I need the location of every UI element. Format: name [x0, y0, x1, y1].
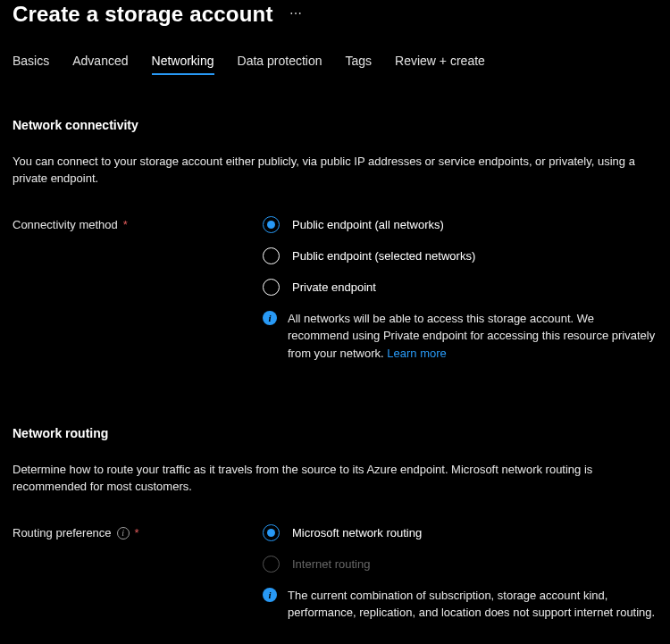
connectivity-info-row: i All networks will be able to access th…: [263, 310, 657, 363]
tab-bar: Basics Advanced Networking Data protecti…: [13, 54, 657, 75]
radio-private[interactable]: Private endpoint: [263, 279, 657, 296]
tab-advanced[interactable]: Advanced: [72, 54, 128, 75]
radio-label: Microsoft network routing: [292, 526, 422, 539]
connectivity-info-text: All networks will be able to access this…: [288, 310, 657, 363]
radio-icon: [263, 247, 280, 264]
radio-icon: [263, 524, 280, 541]
network-connectivity-description: You can connect to your storage account …: [13, 154, 656, 188]
tab-networking[interactable]: Networking: [152, 54, 214, 75]
tab-data-protection[interactable]: Data protection: [238, 54, 322, 75]
radio-label: Public endpoint (selected networks): [292, 249, 475, 263]
radio-microsoft-routing[interactable]: Microsoft network routing: [263, 524, 657, 541]
radio-label: Public endpoint (all networks): [292, 218, 444, 231]
radio-label: Private endpoint: [292, 280, 376, 294]
routing-info-text: The current combination of subscription,…: [288, 587, 657, 622]
routing-preference-label: Routing preference: [13, 526, 112, 539]
info-icon: i: [263, 311, 277, 325]
tab-tags[interactable]: Tags: [346, 54, 373, 75]
radio-internet-routing: Internet routing: [263, 556, 657, 573]
radio-public-selected[interactable]: Public endpoint (selected networks): [263, 247, 657, 264]
info-icon[interactable]: i: [117, 527, 130, 539]
required-indicator: *: [135, 526, 139, 539]
network-routing-description: Determine how to route your traffic as i…: [13, 462, 656, 496]
radio-public-all[interactable]: Public endpoint (all networks): [263, 216, 657, 233]
radio-icon: [263, 556, 280, 573]
radio-label: Internet routing: [292, 557, 370, 571]
radio-icon: [263, 216, 280, 233]
radio-icon: [263, 279, 280, 296]
network-routing-heading: Network routing: [13, 426, 657, 440]
connectivity-method-label: Connectivity method: [13, 218, 118, 231]
tab-basics[interactable]: Basics: [13, 54, 49, 75]
network-routing-section: Network routing Determine how to route y…: [13, 426, 657, 622]
routing-info-row: i The current combination of subscriptio…: [263, 587, 657, 622]
required-indicator: *: [123, 218, 128, 231]
info-icon: i: [263, 588, 277, 602]
network-connectivity-section: Network connectivity You can connect to …: [13, 118, 657, 362]
network-connectivity-heading: Network connectivity: [13, 118, 657, 132]
page-title: Create a storage account: [13, 2, 273, 27]
more-actions-button[interactable]: ⋯: [289, 6, 304, 22]
learn-more-link[interactable]: Learn more: [387, 347, 446, 360]
tab-review-create[interactable]: Review + create: [395, 54, 485, 75]
